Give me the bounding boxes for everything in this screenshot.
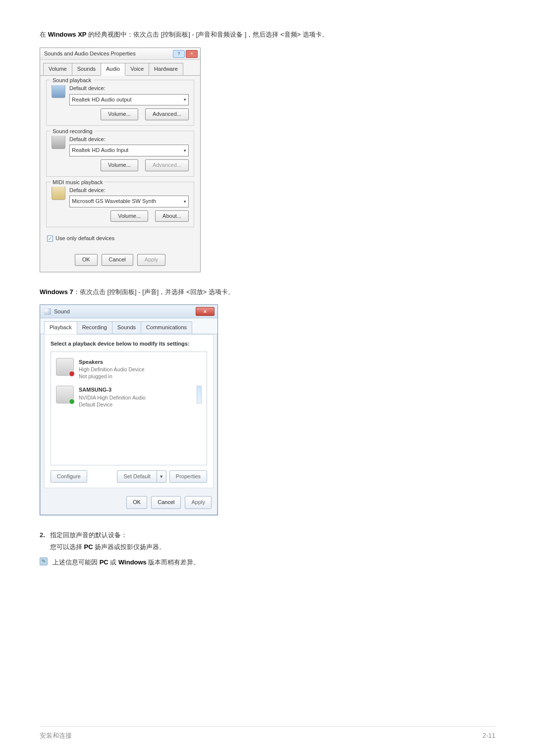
monitor-icon [56, 386, 74, 403]
chevron-down-icon: ▾ [184, 147, 186, 154]
recording-label: Default device: [69, 135, 189, 144]
device-name: Speakers [79, 359, 103, 365]
properties-button[interactable]: Properties [169, 470, 207, 483]
group-recording-title: Sound recording [51, 127, 95, 136]
xp-title: Sounds and Audio Devices Properties [44, 50, 136, 58]
use-default-checkbox[interactable]: ✓ Use only default devices [46, 232, 194, 245]
note: ✎ 上述信息可能因 PC 或 Windows 版本而稍有差异。 [40, 557, 495, 568]
w7-tabs: Playback Recording Sounds Communications [40, 318, 217, 334]
device-desc: NVIDIA High Definition Audio [79, 395, 146, 402]
intro-w7-bold: Windows 7 [40, 288, 73, 296]
intro-xp: 在 Windows XP 的经典视图中：依次点击 [控制面板] - [声音和音频… [40, 30, 495, 40]
device-status: Not plugged in [79, 373, 145, 380]
tab-volume[interactable]: Volume [43, 63, 72, 75]
device-status: Default Device [79, 402, 146, 408]
recording-advanced-button: Advanced... [145, 159, 189, 171]
recording-select[interactable]: Realtek HD Audio Input ▾ [69, 145, 189, 156]
playback-select[interactable]: Realtek HD Audio output ▾ [69, 94, 189, 106]
tab-voice[interactable]: Voice [125, 63, 149, 75]
tab-playback[interactable]: Playback [44, 321, 77, 334]
cancel-button[interactable]: Cancel [151, 496, 181, 509]
w7-device-list: Speakers High Definition Audio Device No… [51, 352, 207, 465]
ok-button[interactable]: OK [75, 254, 98, 266]
footer-left: 安装和连接 [40, 731, 72, 741]
close-icon[interactable]: × [196, 307, 214, 316]
group-midi: MIDI music playback Default device: Micr… [46, 182, 194, 228]
group-playback: Sound playback Default device: Realtek H… [46, 80, 194, 126]
device-name: SAMSUNG-3 [79, 387, 111, 393]
recording-volume-button[interactable]: Volume... [101, 159, 138, 171]
xp-titlebar: Sounds and Audio Devices Properties ? × [40, 48, 200, 60]
w7-dialog: Sound × Playback Recording Sounds Commun… [40, 304, 218, 515]
intro-xp-bold: Windows XP [48, 31, 87, 38]
set-default-dropdown[interactable]: ▾ [157, 470, 166, 483]
ok-button[interactable]: OK [126, 496, 147, 509]
tab-recording[interactable]: Recording [77, 321, 112, 334]
xp-tabs: Volume Sounds Audio Voice Hardware [40, 60, 200, 76]
midi-volume-button[interactable]: Volume... [110, 210, 148, 222]
checkbox-icon: ✓ [47, 236, 53, 242]
note-icon: ✎ [40, 557, 48, 565]
step-line1: 指定回放声音的默认设备： [50, 530, 165, 541]
intro-xp-prefix: 在 [40, 31, 48, 38]
midi-value: Microsoft GS Wavetable SW Synth [72, 197, 156, 206]
midi-label: Default device: [69, 186, 189, 195]
note-text: 上述信息可能因 PC 或 Windows 版本而稍有差异。 [53, 557, 200, 568]
playback-volume-button[interactable]: Volume... [101, 108, 138, 120]
step-line2: 您可以选择 PC 扬声器或投影仪扬声器。 [50, 542, 165, 553]
midi-about-button[interactable]: About... [155, 210, 189, 222]
speaker-icon [52, 84, 65, 98]
sound-icon [44, 308, 51, 315]
help-icon[interactable]: ? [173, 50, 185, 58]
tab-sounds[interactable]: Sounds [72, 63, 101, 75]
page-footer: 安装和连接 2-11 [40, 726, 495, 741]
midi-select[interactable]: Microsoft GS Wavetable SW Synth ▾ [69, 196, 189, 207]
tab-sounds[interactable]: Sounds [112, 321, 141, 334]
group-midi-title: MIDI music playback [51, 178, 105, 187]
tab-hardware[interactable]: Hardware [149, 63, 183, 75]
midi-icon [52, 186, 65, 200]
w7-title: Sound [54, 307, 70, 316]
playback-label: Default device: [69, 84, 189, 93]
chevron-down-icon: ▾ [184, 96, 186, 103]
playback-value: Realtek HD Audio output [72, 96, 131, 104]
chevron-down-icon: ▾ [184, 198, 186, 205]
intro-w7: Windows 7：依次点击 [控制面板] - [声音]，并选择 <回放> 选项… [40, 287, 495, 298]
group-recording: Sound recording Default device: Realtek … [46, 131, 194, 177]
tab-communications[interactable]: Communications [141, 321, 192, 334]
microphone-icon [52, 135, 65, 149]
footer-right: 2-11 [482, 731, 495, 741]
cancel-button[interactable]: Cancel [102, 254, 133, 266]
intro-xp-rest: 的经典视图中：依次点击 [控制面板] - [声音和音频设备 ]，然后选择 <音频… [87, 31, 328, 38]
close-icon[interactable]: × [186, 50, 198, 58]
level-meter-icon [197, 386, 202, 403]
use-default-label: Use only default devices [55, 234, 114, 243]
status-badge [69, 371, 75, 377]
xp-dialog: Sounds and Audio Devices Properties ? × … [40, 48, 201, 272]
group-playback-title: Sound playback [51, 76, 93, 85]
w7-prompt: Select a playback device below to modify… [51, 340, 207, 349]
configure-button[interactable]: Configure [51, 470, 87, 483]
tab-audio[interactable]: Audio [101, 63, 125, 76]
list-item[interactable]: Speakers High Definition Audio Device No… [54, 355, 204, 383]
recording-value: Realtek HD Audio Input [72, 146, 128, 155]
list-item[interactable]: SAMSUNG-3 NVIDIA High Definition Audio D… [54, 383, 204, 411]
step-2: 2. 指定回放声音的默认设备： 您可以选择 PC 扬声器或投影仪扬声器。 [40, 530, 495, 553]
step-number: 2. [40, 530, 45, 553]
apply-button: Apply [137, 254, 166, 266]
w7-titlebar: Sound × [40, 305, 217, 318]
speaker-icon [56, 358, 74, 376]
set-default-button[interactable]: Set Default [117, 470, 156, 483]
apply-button: Apply [185, 496, 212, 509]
status-badge [69, 399, 75, 404]
playback-advanced-button[interactable]: Advanced... [145, 108, 189, 120]
intro-w7-rest: ：依次点击 [控制面板] - [声音]，并选择 <回放> 选项卡。 [73, 288, 234, 296]
device-desc: High Definition Audio Device [79, 366, 145, 373]
